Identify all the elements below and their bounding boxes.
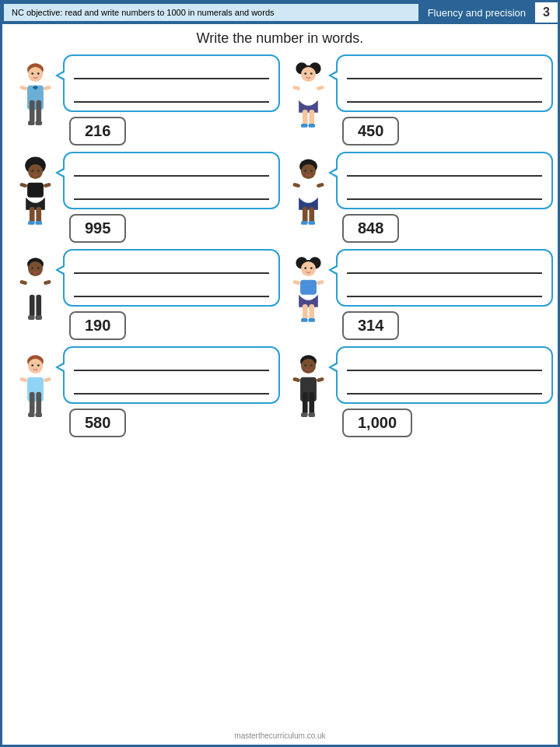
svg-point-2 — [31, 72, 33, 75]
write-line-7-2[interactable] — [74, 379, 269, 395]
svg-rect-55 — [28, 315, 35, 320]
svg-rect-32 — [36, 207, 41, 223]
write-line-1-2[interactable] — [74, 87, 269, 103]
svg-rect-91 — [308, 412, 315, 417]
write-line-1-1[interactable] — [74, 64, 269, 79]
svg-rect-43 — [309, 207, 314, 223]
speech-bubble-7 — [63, 346, 280, 404]
svg-rect-42 — [302, 207, 307, 223]
svg-rect-75 — [19, 377, 27, 383]
svg-rect-67 — [309, 304, 314, 321]
character-boy4 — [285, 349, 331, 426]
character-girl3 — [285, 155, 331, 231]
svg-rect-5 — [19, 86, 27, 91]
svg-point-14 — [301, 67, 316, 82]
write-line-6-1[interactable] — [347, 258, 542, 274]
main-instruction: Write the number in words. — [2, 24, 558, 51]
speech-bubble-2 — [336, 54, 553, 112]
svg-point-71 — [28, 359, 43, 374]
svg-point-37 — [304, 170, 306, 172]
svg-rect-21 — [309, 110, 314, 126]
number-box-2: 450 — [342, 117, 399, 146]
svg-point-25 — [28, 164, 43, 179]
character-girl4 — [285, 252, 331, 328]
write-line-8-2[interactable] — [347, 379, 542, 395]
svg-point-1 — [28, 67, 43, 82]
speech-bubble-1 — [63, 54, 280, 112]
character-boy1 — [12, 58, 58, 134]
svg-point-73 — [37, 364, 39, 366]
write-line-5-1[interactable] — [74, 258, 269, 274]
write-line-2-2[interactable] — [347, 87, 542, 103]
svg-point-36 — [301, 164, 316, 179]
item-block-5: 190 — [7, 246, 280, 343]
svg-rect-76 — [43, 377, 51, 383]
svg-rect-31 — [29, 207, 34, 223]
speech-bubble-5 — [63, 249, 280, 307]
write-line-3-2[interactable] — [74, 184, 269, 200]
speech-bubble-4 — [336, 152, 553, 209]
svg-rect-20 — [302, 110, 307, 126]
svg-point-72 — [31, 364, 33, 366]
svg-rect-7 — [29, 100, 34, 122]
svg-point-38 — [310, 170, 312, 172]
svg-rect-53 — [29, 295, 34, 317]
svg-point-83 — [304, 364, 306, 366]
svg-rect-90 — [301, 412, 308, 417]
svg-rect-44 — [301, 221, 308, 225]
write-line-4-2[interactable] — [347, 184, 542, 200]
svg-rect-89 — [309, 392, 314, 414]
svg-rect-8 — [36, 100, 41, 122]
nc-objective: NC objective: read and write numbers to … — [2, 2, 420, 23]
write-line-4-1[interactable] — [347, 161, 542, 177]
number-box-3: 995 — [69, 214, 126, 243]
svg-rect-86 — [292, 377, 300, 383]
svg-rect-65 — [316, 280, 324, 286]
svg-rect-87 — [316, 377, 324, 383]
number-box-8: 1,000 — [342, 409, 412, 437]
fluency-badge: Fluency and precision — [420, 2, 534, 23]
svg-point-84 — [310, 364, 312, 366]
item-block-7: 580 — [7, 343, 280, 440]
svg-rect-54 — [36, 295, 41, 317]
item-block-6: 314 — [280, 246, 553, 343]
svg-point-82 — [301, 359, 316, 374]
item-block-8: 1,000 — [280, 343, 553, 440]
speech-bubble-6 — [336, 249, 553, 307]
svg-point-15 — [304, 72, 306, 75]
svg-point-62 — [310, 267, 312, 269]
svg-rect-29 — [19, 183, 27, 188]
number-box-4: 848 — [342, 214, 399, 243]
svg-rect-18 — [292, 86, 300, 91]
character-girl1 — [285, 58, 331, 134]
svg-rect-19 — [316, 86, 324, 91]
character-boy3 — [12, 349, 58, 426]
svg-point-16 — [310, 72, 312, 75]
svg-rect-22 — [301, 124, 308, 128]
number-box-6: 314 — [342, 311, 399, 340]
svg-rect-45 — [308, 221, 315, 225]
svg-rect-80 — [35, 412, 42, 417]
svg-point-3 — [37, 72, 39, 75]
svg-rect-79 — [28, 412, 35, 417]
write-line-8-1[interactable] — [347, 356, 542, 371]
svg-rect-23 — [308, 124, 315, 128]
number-box-7: 580 — [69, 409, 126, 437]
write-line-2-1[interactable] — [347, 64, 542, 79]
svg-point-47 — [28, 261, 43, 276]
svg-rect-17 — [300, 86, 317, 100]
svg-rect-68 — [301, 318, 308, 322]
number-box-1: 216 — [69, 117, 126, 146]
svg-rect-41 — [316, 183, 324, 188]
svg-point-27 — [37, 170, 39, 172]
write-line-3-1[interactable] — [74, 161, 269, 177]
write-line-7-1[interactable] — [74, 356, 269, 371]
svg-point-49 — [37, 267, 39, 269]
write-line-5-2[interactable] — [74, 282, 269, 297]
write-line-6-2[interactable] — [347, 282, 542, 297]
svg-point-60 — [301, 261, 316, 276]
svg-rect-30 — [43, 183, 51, 188]
svg-rect-69 — [308, 318, 315, 322]
svg-rect-39 — [300, 183, 317, 198]
svg-rect-64 — [292, 280, 300, 286]
